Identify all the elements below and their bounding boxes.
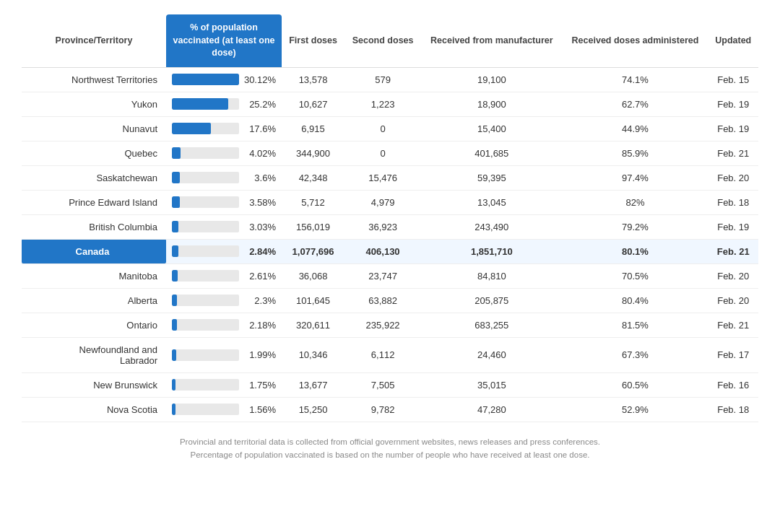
cell-province: New Brunswick	[22, 372, 166, 397]
cell-received-manufacturer: 59,395	[421, 165, 562, 190]
cell-doses-administered: 60.5%	[563, 372, 708, 397]
cell-doses-administered: 70.5%	[563, 263, 708, 288]
cell-bar: 2.84%	[166, 239, 282, 263]
cell-received-manufacturer: 205,875	[421, 288, 562, 313]
cell-doses-administered: 82%	[563, 190, 708, 214]
cell-updated: Feb. 18	[708, 397, 758, 422]
header-doses-administered: Received doses administered	[563, 14, 708, 67]
cell-received-manufacturer: 13,045	[421, 190, 562, 214]
cell-second-doses: 63,882	[344, 288, 421, 313]
cell-doses-administered: 79.2%	[563, 214, 708, 239]
cell-doses-administered: 52.9%	[563, 397, 708, 422]
table-header-row: Province/Territory % of population vacci…	[22, 14, 758, 67]
cell-updated: Feb. 20	[708, 288, 758, 313]
cell-bar: 25.2%	[166, 92, 282, 116]
cell-received-manufacturer: 683,255	[421, 313, 562, 337]
cell-doses-administered: 74.1%	[563, 67, 708, 92]
header-vaccination: % of population vaccinated (at least one…	[166, 14, 282, 67]
cell-province: Yukon	[22, 92, 166, 116]
cell-received-manufacturer: 243,490	[421, 214, 562, 239]
cell-doses-administered: 80.4%	[563, 288, 708, 313]
cell-province: Canada	[22, 239, 166, 263]
cell-province: Manitoba	[22, 263, 166, 288]
cell-second-doses: 23,747	[344, 263, 421, 288]
cell-first-doses: 36,068	[282, 263, 344, 288]
cell-province: Newfoundland and Labrador	[22, 337, 166, 372]
cell-updated: Feb. 21	[708, 141, 758, 165]
cell-first-doses: 156,019	[282, 214, 344, 239]
cell-second-doses: 235,922	[344, 313, 421, 337]
header-province: Province/Territory	[22, 14, 166, 67]
cell-doses-administered: 44.9%	[563, 116, 708, 141]
cell-bar: 2.18%	[166, 313, 282, 337]
table-row: Canada2.84%1,077,696406,1301,851,71080.1…	[22, 239, 758, 263]
main-container: Province/Territory % of population vacci…	[0, 0, 780, 483]
cell-bar: 3.03%	[166, 214, 282, 239]
header-received-manufacturer: Received from manufacturer	[421, 14, 562, 67]
cell-province: Nova Scotia	[22, 397, 166, 422]
cell-first-doses: 13,578	[282, 67, 344, 92]
header-updated: Updated	[708, 14, 758, 67]
cell-bar: 3.58%	[166, 190, 282, 214]
table-row: Saskatchewan3.6%42,34815,47659,39597.4%F…	[22, 165, 758, 190]
cell-province: Ontario	[22, 313, 166, 337]
cell-updated: Feb. 20	[708, 165, 758, 190]
cell-first-doses: 6,915	[282, 116, 344, 141]
table-row: Manitoba2.61%36,06823,74784,81070.5%Feb.…	[22, 263, 758, 288]
cell-first-doses: 15,250	[282, 397, 344, 422]
cell-province: Alberta	[22, 288, 166, 313]
cell-received-manufacturer: 19,100	[421, 67, 562, 92]
table-row: British Columbia3.03%156,01936,923243,49…	[22, 214, 758, 239]
cell-doses-administered: 80.1%	[563, 239, 708, 263]
cell-updated: Feb. 18	[708, 190, 758, 214]
cell-bar: 2.3%	[166, 288, 282, 313]
table-body: Northwest Territories30.12%13,57857919,1…	[22, 67, 758, 422]
cell-doses-administered: 81.5%	[563, 313, 708, 337]
cell-first-doses: 13,677	[282, 372, 344, 397]
table-row: Prince Edward Island3.58%5,7124,97913,04…	[22, 190, 758, 214]
cell-first-doses: 42,348	[282, 165, 344, 190]
cell-second-doses: 15,476	[344, 165, 421, 190]
cell-province: Quebec	[22, 141, 166, 165]
cell-second-doses: 0	[344, 141, 421, 165]
cell-doses-administered: 85.9%	[563, 141, 708, 165]
cell-doses-administered: 97.4%	[563, 165, 708, 190]
cell-province: Saskatchewan	[22, 165, 166, 190]
cell-second-doses: 6,112	[344, 337, 421, 372]
table-row: Nova Scotia1.56%15,2509,78247,28052.9%Fe…	[22, 397, 758, 422]
cell-first-doses: 5,712	[282, 190, 344, 214]
cell-updated: Feb. 19	[708, 116, 758, 141]
table-row: Alberta2.3%101,64563,882205,87580.4%Feb.…	[22, 288, 758, 313]
footer-note: Provincial and territorial data is colle…	[22, 435, 758, 462]
cell-province: Prince Edward Island	[22, 190, 166, 214]
cell-updated: Feb. 17	[708, 337, 758, 372]
cell-received-manufacturer: 84,810	[421, 263, 562, 288]
cell-updated: Feb. 16	[708, 372, 758, 397]
cell-second-doses: 36,923	[344, 214, 421, 239]
cell-bar: 1.99%	[166, 337, 282, 372]
cell-first-doses: 1,077,696	[282, 239, 344, 263]
table-row: New Brunswick1.75%13,6777,50535,01560.5%…	[22, 372, 758, 397]
header-first-doses: First doses	[282, 14, 344, 67]
cell-bar: 1.56%	[166, 397, 282, 422]
cell-received-manufacturer: 35,015	[421, 372, 562, 397]
cell-second-doses: 9,782	[344, 397, 421, 422]
cell-second-doses: 4,979	[344, 190, 421, 214]
cell-first-doses: 344,900	[282, 141, 344, 165]
table-row: Quebec4.02%344,9000401,68585.9%Feb. 21	[22, 141, 758, 165]
cell-received-manufacturer: 47,280	[421, 397, 562, 422]
cell-bar: 30.12%	[166, 67, 282, 92]
cell-updated: Feb. 20	[708, 263, 758, 288]
footer-line2: Percentage of population vaccinated is b…	[22, 448, 758, 461]
cell-first-doses: 10,346	[282, 337, 344, 372]
cell-received-manufacturer: 401,685	[421, 141, 562, 165]
cell-doses-administered: 62.7%	[563, 92, 708, 116]
table-row: Northwest Territories30.12%13,57857919,1…	[22, 67, 758, 92]
table-row: Yukon25.2%10,6271,22318,90062.7%Feb. 19	[22, 92, 758, 116]
cell-updated: Feb. 19	[708, 214, 758, 239]
cell-second-doses: 406,130	[344, 239, 421, 263]
cell-bar: 17.6%	[166, 116, 282, 141]
cell-second-doses: 0	[344, 116, 421, 141]
cell-second-doses: 7,505	[344, 372, 421, 397]
cell-second-doses: 579	[344, 67, 421, 92]
